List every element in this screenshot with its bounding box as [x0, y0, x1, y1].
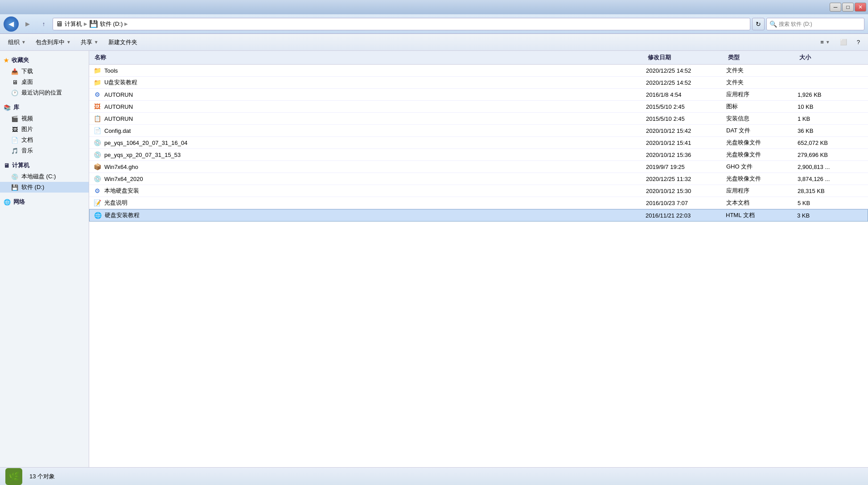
breadcrumb: 🖥 计算机 ▶ 💾 软件 (D:) ▶	[53, 18, 750, 30]
sidebar-item-documents[interactable]: 📄 文档	[0, 135, 89, 145]
file-type: GHO 文件	[726, 163, 798, 171]
include-library-button[interactable]: 包含到库中 ▼	[31, 36, 75, 49]
file-name-cell: ⚙ 本地硬盘安装	[93, 186, 646, 195]
new-folder-button[interactable]: 新建文件夹	[104, 36, 142, 49]
file-name-cell: 📋 AUTORUN	[93, 114, 646, 123]
search-icon: 🔍	[769, 21, 777, 28]
table-row[interactable]: 📦 Win7x64.gho 2019/9/7 19:25 GHO 文件 2,90…	[89, 161, 868, 173]
sidebar-item-d-drive[interactable]: 💾 软件 (D:)	[0, 182, 89, 193]
file-type: 图标	[726, 103, 798, 111]
file-name-text: Tools	[104, 67, 118, 74]
table-row[interactable]: 📝 光盘说明 2016/10/23 7:07 文本文档 5 KB	[89, 197, 868, 209]
table-row[interactable]: 💿 Win7x64_2020 2020/12/25 11:32 光盘映像文件 3…	[89, 173, 868, 185]
table-row[interactable]: ⚙ 本地硬盘安装 2020/10/12 15:30 应用程序 28,315 KB	[89, 185, 868, 197]
desktop-icon: 🖥	[11, 78, 19, 86]
file-type: DAT 文件	[726, 127, 798, 135]
status-count: 13 个对象	[29, 473, 55, 481]
download-icon: 📥	[11, 67, 19, 75]
file-name-cell: 📄 Config.dat	[93, 126, 646, 135]
file-name-text: pe_yqs_1064_20_07_31_16_04	[104, 140, 188, 146]
file-size: 3,874,126 ...	[798, 176, 851, 182]
file-type: 应用程序	[726, 187, 798, 195]
sidebar-item-music[interactable]: 🎵 音乐	[0, 145, 89, 156]
col-size[interactable]: 大小	[798, 53, 851, 62]
favorites-label: 收藏夹	[12, 56, 29, 64]
recent-icon: 🕐	[11, 89, 19, 97]
iso-icon: 💿	[93, 174, 102, 183]
sidebar-item-c-drive[interactable]: 💿 本地磁盘 (C:)	[0, 171, 89, 182]
table-row[interactable]: 💿 pe_yqs_1064_20_07_31_16_04 2020/10/12 …	[89, 137, 868, 149]
d-drive-icon: 💾	[11, 183, 19, 191]
col-modified[interactable]: 修改日期	[646, 53, 726, 62]
file-size: 652,072 KB	[798, 140, 851, 146]
sidebar-item-documents-label: 文档	[21, 136, 33, 144]
table-row[interactable]: 📁 Tools 2020/12/25 14:52 文件夹	[89, 65, 868, 77]
col-name[interactable]: 名称	[93, 53, 646, 62]
breadcrumb-computer[interactable]: 计算机	[65, 20, 82, 28]
preview-button[interactable]: ⬜	[835, 36, 852, 49]
sidebar-item-recent[interactable]: 🕐 最近访问的位置	[0, 87, 89, 98]
table-row[interactable]: 📄 Config.dat 2020/10/12 15:42 DAT 文件 36 …	[89, 125, 868, 137]
close-button[interactable]: ✕	[855, 3, 866, 12]
search-input[interactable]	[779, 21, 861, 27]
sidebar-item-pictures[interactable]: 🖼 图片	[0, 124, 89, 135]
sidebar-item-video[interactable]: 🎬 视频	[0, 113, 89, 124]
app-icon: 🌿	[5, 468, 22, 485]
file-modified: 2019/9/7 19:25	[646, 164, 726, 170]
forward-button[interactable]: ▶	[21, 17, 35, 31]
table-row[interactable]: 💿 pe_yqs_xp_20_07_31_15_53 2020/10/12 15…	[89, 149, 868, 161]
file-size: 2,900,813 ...	[798, 164, 851, 170]
back-button[interactable]: ◀	[4, 16, 19, 32]
file-size: 1 KB	[798, 115, 851, 122]
iso-icon: 💿	[93, 150, 102, 159]
file-name-text: Win7x64_2020	[104, 176, 143, 182]
table-row[interactable]: 🖼 AUTORUN 2015/5/10 2:45 图标 10 KB	[89, 101, 868, 113]
file-name-text: Win7x64.gho	[104, 164, 138, 170]
favorites-star-icon: ★	[4, 57, 9, 64]
file-size: 36 KB	[798, 127, 851, 134]
pictures-icon: 🖼	[11, 125, 19, 133]
file-type: 应用程序	[726, 90, 798, 99]
status-bar: 🌿 13 个对象	[0, 467, 868, 485]
folder-icon: 📁	[93, 66, 102, 75]
col-type[interactable]: 类型	[726, 53, 798, 62]
table-row[interactable]: 📁 U盘安装教程 2020/12/25 14:52 文件夹	[89, 77, 868, 89]
file-size: 1,926 KB	[798, 91, 851, 98]
table-row[interactable]: 📋 AUTORUN 2015/5/10 2:45 安装信息 1 KB	[89, 113, 868, 125]
file-size: 279,696 KB	[798, 152, 851, 158]
help-button[interactable]: ?	[852, 36, 864, 49]
file-name-cell: 📁 U盘安装教程	[93, 78, 646, 87]
file-type: HTML 文档	[726, 211, 797, 219]
dat-icon: 📄	[93, 126, 102, 135]
organize-button[interactable]: 组织 ▼	[4, 36, 30, 49]
img-icon: 🖼	[93, 102, 102, 111]
c-drive-icon: 💿	[11, 173, 19, 181]
video-icon: 🎬	[11, 115, 19, 123]
sidebar-computer-header[interactable]: 🖥 计算机	[0, 160, 89, 171]
sidebar-libraries-header[interactable]: 📚 库	[0, 102, 89, 113]
exe-icon: ⚙	[93, 90, 102, 99]
refresh-button[interactable]: ↻	[752, 18, 765, 30]
file-name-text: 硬盘安装教程	[105, 211, 140, 219]
file-modified: 2020/10/12 15:36	[646, 152, 726, 158]
up-button[interactable]: ↑	[37, 17, 51, 31]
file-area: 名称 修改日期 类型 大小 📁 Tools 2020/12/25 14:52 文…	[89, 51, 868, 467]
sidebar-item-music-label: 音乐	[21, 147, 33, 155]
breadcrumb-drive[interactable]: 软件 (D:)	[100, 20, 123, 28]
sidebar-network-header[interactable]: 🌐 网络	[0, 196, 89, 208]
maximize-button[interactable]: □	[842, 3, 854, 12]
sidebar-favorites-header[interactable]: ★ 收藏夹	[0, 54, 89, 66]
table-row[interactable]: ⚙ AUTORUN 2016/1/8 4:54 应用程序 1,926 KB	[89, 89, 868, 101]
sidebar-item-download[interactable]: 📥 下载	[0, 66, 89, 77]
table-row[interactable]: 🌐 硬盘安装教程 2016/11/21 22:03 HTML 文档 3 KB	[89, 209, 868, 222]
file-size: 28,315 KB	[798, 188, 851, 194]
sidebar-item-recent-label: 最近访问的位置	[21, 89, 62, 97]
file-name-text: 光盘说明	[104, 199, 128, 207]
navigation-bar: ◀ ▶ ↑ 🖥 计算机 ▶ 💾 软件 (D:) ▶ ↻ 🔍	[0, 14, 868, 34]
views-button[interactable]: ≡ ▼	[816, 36, 835, 49]
info-icon: 📋	[93, 114, 102, 123]
minimize-button[interactable]: ─	[830, 3, 841, 12]
share-arrow: ▼	[94, 40, 99, 45]
share-button[interactable]: 共享 ▼	[76, 36, 103, 49]
sidebar-item-desktop[interactable]: 🖥 桌面	[0, 77, 89, 87]
